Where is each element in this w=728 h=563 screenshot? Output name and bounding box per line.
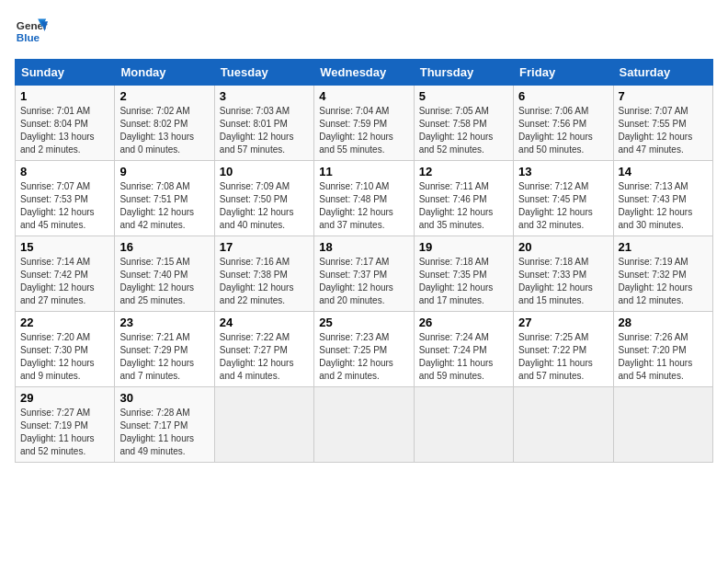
logo-icon: General Blue: [15, 15, 48, 48]
day-number: 21: [619, 240, 708, 254]
calendar-cell: 21 Sunrise: 7:19 AMSunset: 7:32 PMDaylig…: [613, 236, 712, 312]
day-number: 9: [119, 165, 209, 178]
calendar-week-4: 22 Sunrise: 7:20 AMSunset: 7:30 PMDaylig…: [16, 312, 713, 387]
calendar-cell: 27 Sunrise: 7:25 AMSunset: 7:22 PMDaylig…: [514, 312, 613, 387]
day-header-thursday: Thursday: [414, 60, 513, 86]
day-number: 13: [518, 165, 608, 178]
calendar-cell: 22 Sunrise: 7:20 AMSunset: 7:30 PMDaylig…: [16, 312, 115, 387]
calendar-cell: 14 Sunrise: 7:13 AMSunset: 7:43 PMDaylig…: [613, 161, 712, 236]
day-header-friday: Friday: [514, 60, 613, 86]
calendar-cell: 30 Sunrise: 7:28 AMSunset: 7:17 PMDaylig…: [115, 387, 214, 463]
day-info: Sunrise: 7:06 AMSunset: 7:56 PMDaylight:…: [518, 105, 608, 156]
calendar-cell: [314, 387, 414, 463]
calendar-cell: 13 Sunrise: 7:12 AMSunset: 7:45 PMDaylig…: [514, 161, 613, 236]
day-info: Sunrise: 7:07 AMSunset: 7:53 PMDaylight:…: [20, 180, 109, 232]
day-info: Sunrise: 7:10 AMSunset: 7:48 PMDaylight:…: [319, 180, 408, 232]
calendar-cell: 19 Sunrise: 7:18 AMSunset: 7:35 PMDaylig…: [414, 236, 513, 312]
calendar-cell: 17 Sunrise: 7:16 AMSunset: 7:38 PMDaylig…: [214, 236, 313, 312]
calendar-cell: 7 Sunrise: 7:07 AMSunset: 7:55 PMDayligh…: [613, 86, 712, 161]
header-row: SundayMondayTuesdayWednesdayThursdayFrid…: [16, 60, 713, 86]
day-info: Sunrise: 7:15 AMSunset: 7:40 PMDaylight:…: [119, 256, 209, 307]
day-info: Sunrise: 7:07 AMSunset: 7:55 PMDaylight:…: [619, 105, 708, 156]
day-header-saturday: Saturday: [613, 60, 712, 86]
day-number: 11: [319, 165, 408, 178]
logo: General Blue: [15, 15, 48, 48]
calendar-cell: 24 Sunrise: 7:22 AMSunset: 7:27 PMDaylig…: [214, 312, 313, 387]
calendar-cell: [214, 387, 313, 463]
day-header-sunday: Sunday: [16, 60, 115, 86]
calendar-cell: 3 Sunrise: 7:03 AMSunset: 8:01 PMDayligh…: [214, 86, 313, 161]
day-header-tuesday: Tuesday: [214, 60, 313, 86]
day-number: 12: [419, 165, 508, 178]
calendar-cell: 15 Sunrise: 7:14 AMSunset: 7:42 PMDaylig…: [16, 236, 115, 312]
calendar-cell: 20 Sunrise: 7:18 AMSunset: 7:33 PMDaylig…: [514, 236, 613, 312]
calendar-cell: 26 Sunrise: 7:24 AMSunset: 7:24 PMDaylig…: [414, 312, 513, 387]
calendar-cell: 6 Sunrise: 7:06 AMSunset: 7:56 PMDayligh…: [514, 86, 613, 161]
day-info: Sunrise: 7:25 AMSunset: 7:22 PMDaylight:…: [518, 331, 608, 383]
calendar-cell: [613, 387, 712, 463]
calendar-cell: 4 Sunrise: 7:04 AMSunset: 7:59 PMDayligh…: [314, 86, 414, 161]
calendar-week-5: 29 Sunrise: 7:27 AMSunset: 7:19 PMDaylig…: [16, 387, 713, 463]
day-info: Sunrise: 7:09 AMSunset: 7:50 PMDaylight:…: [220, 180, 309, 232]
day-number: 18: [319, 240, 408, 254]
day-info: Sunrise: 7:27 AMSunset: 7:19 PMDaylight:…: [20, 407, 109, 458]
calendar-cell: 9 Sunrise: 7:08 AMSunset: 7:51 PMDayligh…: [115, 161, 214, 236]
day-info: Sunrise: 7:18 AMSunset: 7:33 PMDaylight:…: [518, 256, 608, 307]
calendar-cell: 23 Sunrise: 7:21 AMSunset: 7:29 PMDaylig…: [115, 312, 214, 387]
day-info: Sunrise: 7:01 AMSunset: 8:04 PMDaylight:…: [20, 105, 109, 156]
day-number: 14: [619, 165, 708, 178]
day-info: Sunrise: 7:17 AMSunset: 7:37 PMDaylight:…: [319, 256, 408, 307]
day-number: 7: [619, 89, 708, 103]
day-number: 25: [319, 316, 408, 329]
day-info: Sunrise: 7:26 AMSunset: 7:20 PMDaylight:…: [619, 331, 708, 383]
day-info: Sunrise: 7:28 AMSunset: 7:17 PMDaylight:…: [119, 407, 209, 458]
calendar-cell: [514, 387, 613, 463]
day-number: 22: [20, 316, 109, 329]
calendar-cell: 28 Sunrise: 7:26 AMSunset: 7:20 PMDaylig…: [613, 312, 712, 387]
day-number: 2: [119, 89, 209, 103]
day-info: Sunrise: 7:22 AMSunset: 7:27 PMDaylight:…: [220, 331, 309, 383]
day-info: Sunrise: 7:18 AMSunset: 7:35 PMDaylight:…: [419, 256, 508, 307]
calendar-week-1: 1 Sunrise: 7:01 AMSunset: 8:04 PMDayligh…: [16, 86, 713, 161]
day-number: 23: [119, 316, 209, 329]
calendar-cell: 11 Sunrise: 7:10 AMSunset: 7:48 PMDaylig…: [314, 161, 414, 236]
day-info: Sunrise: 7:08 AMSunset: 7:51 PMDaylight:…: [119, 180, 209, 232]
day-info: Sunrise: 7:19 AMSunset: 7:32 PMDaylight:…: [619, 256, 708, 307]
calendar-cell: 12 Sunrise: 7:11 AMSunset: 7:46 PMDaylig…: [414, 161, 513, 236]
day-number: 29: [20, 391, 109, 405]
day-info: Sunrise: 7:14 AMSunset: 7:42 PMDaylight:…: [20, 256, 109, 307]
day-number: 3: [220, 89, 309, 103]
day-number: 24: [220, 316, 309, 329]
calendar-cell: 25 Sunrise: 7:23 AMSunset: 7:25 PMDaylig…: [314, 312, 414, 387]
svg-text:Blue: Blue: [17, 31, 40, 43]
day-info: Sunrise: 7:20 AMSunset: 7:30 PMDaylight:…: [20, 331, 109, 383]
day-number: 10: [220, 165, 309, 178]
calendar-cell: 1 Sunrise: 7:01 AMSunset: 8:04 PMDayligh…: [16, 86, 115, 161]
day-info: Sunrise: 7:23 AMSunset: 7:25 PMDaylight:…: [319, 331, 408, 383]
day-info: Sunrise: 7:13 AMSunset: 7:43 PMDaylight:…: [619, 180, 708, 232]
day-number: 16: [119, 240, 209, 254]
day-number: 6: [518, 89, 608, 103]
day-number: 15: [20, 240, 109, 254]
day-number: 19: [419, 240, 508, 254]
calendar-week-2: 8 Sunrise: 7:07 AMSunset: 7:53 PMDayligh…: [16, 161, 713, 236]
day-info: Sunrise: 7:12 AMSunset: 7:45 PMDaylight:…: [518, 180, 608, 232]
calendar-cell: [414, 387, 513, 463]
calendar-cell: 5 Sunrise: 7:05 AMSunset: 7:58 PMDayligh…: [414, 86, 513, 161]
calendar-cell: 18 Sunrise: 7:17 AMSunset: 7:37 PMDaylig…: [314, 236, 414, 312]
day-info: Sunrise: 7:05 AMSunset: 7:58 PMDaylight:…: [419, 105, 508, 156]
day-info: Sunrise: 7:04 AMSunset: 7:59 PMDaylight:…: [319, 105, 408, 156]
day-number: 20: [518, 240, 608, 254]
day-number: 28: [619, 316, 708, 329]
calendar-cell: 29 Sunrise: 7:27 AMSunset: 7:19 PMDaylig…: [16, 387, 115, 463]
calendar-cell: 10 Sunrise: 7:09 AMSunset: 7:50 PMDaylig…: [214, 161, 313, 236]
day-number: 26: [419, 316, 508, 329]
calendar-cell: 16 Sunrise: 7:15 AMSunset: 7:40 PMDaylig…: [115, 236, 214, 312]
day-number: 17: [220, 240, 309, 254]
day-info: Sunrise: 7:16 AMSunset: 7:38 PMDaylight:…: [220, 256, 309, 307]
day-info: Sunrise: 7:21 AMSunset: 7:29 PMDaylight:…: [119, 331, 209, 383]
day-header-monday: Monday: [115, 60, 214, 86]
day-number: 5: [419, 89, 508, 103]
day-number: 27: [518, 316, 608, 329]
day-number: 4: [319, 89, 408, 103]
